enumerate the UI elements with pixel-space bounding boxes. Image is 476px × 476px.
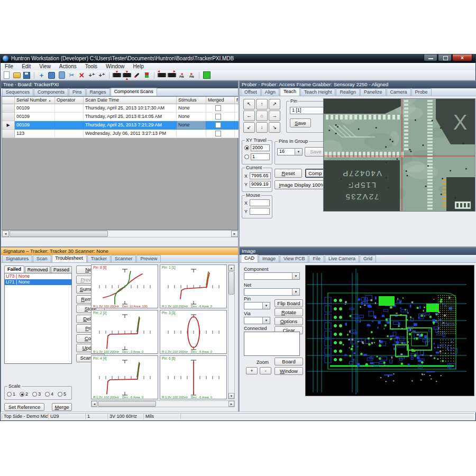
- xy-speed-slow-radio[interactable]: [244, 154, 249, 159]
- xy-speed-fast-radio[interactable]: [244, 145, 249, 150]
- scale-5-radio[interactable]: [58, 392, 62, 397]
- reset-button[interactable]: Reset: [274, 169, 302, 178]
- tab-ranges[interactable]: Ranges: [86, 88, 110, 96]
- scroll-thumb[interactable]: [10, 231, 108, 237]
- tab-failed[interactable]: Failed: [4, 266, 24, 273]
- col-r[interactable]: R: [235, 97, 239, 104]
- menu-tools[interactable]: Tools: [81, 63, 102, 70]
- net-select[interactable]: ▼: [244, 288, 300, 296]
- merged-checkbox[interactable]: [215, 114, 221, 120]
- zoom-out-button[interactable]: -: [260, 367, 271, 374]
- component-select[interactable]: ▼: [244, 272, 300, 280]
- jog-right-button[interactable]: →: [269, 111, 280, 121]
- camera-view[interactable]: V40427PL15PF72VZ35X: [323, 98, 475, 212]
- list-item-selected[interactable]: U71 | None: [5, 279, 71, 285]
- cut-icon[interactable]: ✂: [67, 71, 76, 79]
- prev-pin-icon[interactable]: ◄PIN: [177, 71, 186, 79]
- scroll-thumb[interactable]: [98, 401, 156, 407]
- tab-teach-height[interactable]: Teach Height: [300, 88, 336, 96]
- board-icon[interactable]: [47, 71, 56, 79]
- jog-down-right-button[interactable]: ↘: [269, 122, 280, 133]
- xy-speed-slow-input[interactable]: 1: [251, 153, 270, 160]
- window-titlebar[interactable]: Huntron Workstation (Developer) C:\Users…: [1, 54, 475, 63]
- next-pin-icon[interactable]: ►PIN: [187, 71, 196, 79]
- tab-sequences[interactable]: Sequences: [2, 88, 33, 96]
- scroll-left-icon[interactable]: ◄: [2, 231, 9, 237]
- tab-pins[interactable]: Pins: [69, 88, 86, 96]
- signature-plot[interactable]: Pin: 4 [4]R:1.3V 100 200HzDev: -6 Area: …: [91, 355, 158, 399]
- signature-plot[interactable]: Pin: 3 [3]R:1.3V 100 200HzDev: -5 Area: …: [160, 310, 227, 354]
- menu-help[interactable]: Help: [129, 63, 149, 70]
- plots-v-scrollbar[interactable]: ▲ ▼: [228, 264, 235, 399]
- close-button[interactable]: ×: [452, 54, 472, 61]
- scan-component-up-icon[interactable]: ▼▲: [122, 71, 131, 79]
- col-scan-date[interactable]: Scan Date Time: [84, 97, 177, 104]
- scale-1-radio[interactable]: [7, 392, 12, 397]
- tab-live-camera[interactable]: Live Camera: [325, 255, 359, 262]
- signature-plot[interactable]: Pin: 1 [1]R:1.3V 100 200HzDev: -6 Area: …: [160, 264, 227, 308]
- tab-teach[interactable]: Teach: [280, 88, 300, 96]
- merge-button[interactable]: Merge: [52, 403, 72, 411]
- home-button[interactable]: ⌂: [256, 111, 268, 121]
- pin-select[interactable]: ▼: [244, 302, 270, 309]
- tab-passed[interactable]: Passed: [51, 266, 72, 273]
- prev-component-icon[interactable]: ◄: [157, 71, 166, 79]
- tab-grid[interactable]: Grid: [360, 255, 376, 262]
- board-button[interactable]: Board: [274, 358, 303, 365]
- col-serial-number[interactable]: Serial Number ▲: [15, 97, 55, 104]
- jog-down-button[interactable]: ↓: [256, 122, 268, 133]
- rotate-button[interactable]: Rotate: [274, 308, 303, 316]
- zoom-in-button[interactable]: +: [246, 367, 258, 374]
- set-reference-button[interactable]: Set Reference: [4, 403, 44, 411]
- clipboard-icon[interactable]: [57, 71, 66, 79]
- image-display-button[interactable]: Image Display 100%: [274, 180, 329, 189]
- tab-realign[interactable]: Realign: [336, 88, 360, 96]
- options-button[interactable]: Options: [274, 317, 303, 325]
- tab-components[interactable]: Components: [34, 88, 68, 96]
- scroll-left-icon[interactable]: ◄: [91, 401, 97, 407]
- chevron-down-icon[interactable]: ▼: [295, 149, 302, 155]
- save-icon[interactable]: [22, 71, 31, 79]
- col-operator[interactable]: Operator: [55, 97, 84, 104]
- tab-signatures[interactable]: Signatures: [2, 255, 32, 262]
- tab-align[interactable]: Align: [261, 88, 279, 96]
- add-icon[interactable]: +: [37, 71, 46, 79]
- tab-cad[interactable]: CAD: [241, 254, 258, 262]
- menu-actions[interactable]: Actions: [55, 63, 81, 70]
- merged-checkbox[interactable]: [215, 131, 221, 136]
- xy-speed-fast-input[interactable]: 2000: [251, 144, 270, 151]
- scale-2-radio[interactable]: [20, 392, 24, 397]
- tab-probe[interactable]: Probe: [411, 88, 432, 96]
- scroll-right-icon[interactable]: ►: [228, 401, 234, 407]
- tab-image[interactable]: Image: [259, 255, 279, 262]
- menu-view[interactable]: View: [35, 63, 55, 70]
- menu-file[interactable]: File: [1, 63, 17, 70]
- signature-plot[interactable]: Pin: 6 [6]R:1.3V 100 200HzDev: -6 Area: …: [160, 355, 227, 399]
- chevron-down-icon[interactable]: ▼: [292, 273, 299, 279]
- col-merged[interactable]: Merged: [206, 97, 235, 104]
- menu-window[interactable]: Window: [102, 63, 129, 70]
- signature-plot[interactable]: Pin: 2 [2]R:1.3V 100 200HzDev: -3 Area: …: [91, 310, 158, 354]
- tab-view-pcb[interactable]: View PCB: [280, 255, 308, 262]
- flip-board-button[interactable]: Flip Board: [274, 299, 303, 307]
- tab-file[interactable]: File: [309, 255, 324, 262]
- new-document-icon[interactable]: [2, 71, 11, 79]
- scroll-up-icon[interactable]: ▲: [228, 265, 234, 271]
- start-scan-icon[interactable]: [202, 71, 211, 79]
- plots-h-scrollbar[interactable]: ◄ ►: [91, 400, 235, 407]
- next-component-icon[interactable]: ►: [167, 71, 176, 79]
- tab-scanner[interactable]: Scanner: [111, 255, 136, 262]
- list-item[interactable]: U73 | None: [5, 273, 71, 279]
- tab-scan[interactable]: Scan: [33, 255, 51, 262]
- chevron-down-icon[interactable]: ▼: [262, 317, 270, 324]
- scroll-down-icon[interactable]: ▼: [228, 393, 234, 399]
- tab-panelize[interactable]: Panelize: [360, 88, 386, 96]
- maximize-button[interactable]: [438, 54, 452, 61]
- signature-plot[interactable]: Pin: 8 [8]R:1.3V 100 200HzDev: 11 Area: …: [91, 264, 158, 308]
- tab-removed[interactable]: Removed: [25, 266, 50, 273]
- merged-checkbox[interactable]: [215, 105, 221, 111]
- minimize-button[interactable]: [424, 54, 437, 61]
- jog-up-left-button[interactable]: ↖: [243, 99, 255, 109]
- scroll-thumb[interactable]: [228, 271, 234, 295]
- scan-component-down-icon[interactable]: ▼: [112, 71, 121, 79]
